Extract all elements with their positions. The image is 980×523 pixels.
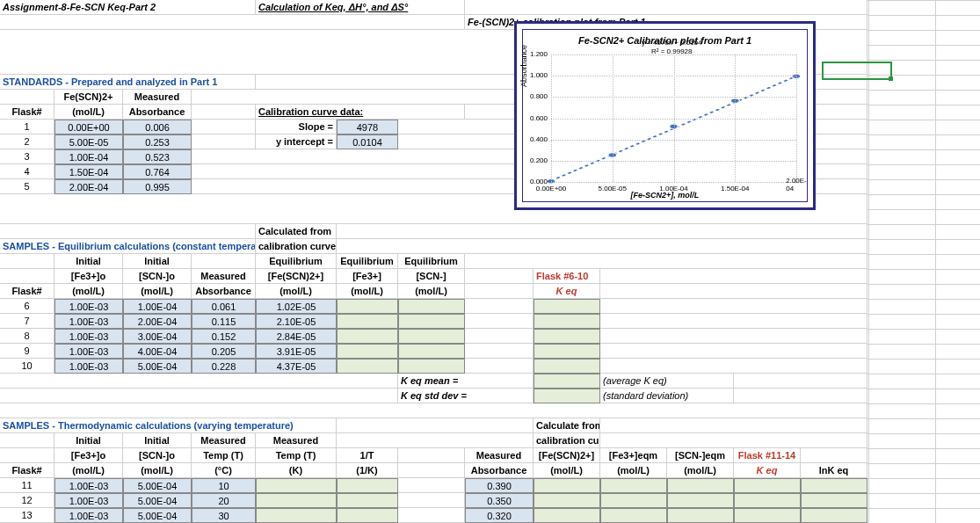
fill-handle-icon[interactable] [889,76,893,81]
calibration-chart[interactable]: Fe-SCN2+ Calibration plot from Part 1 Ab… [514,21,816,210]
s-fe[interactable]: 1.00E-03 [54,359,123,374]
s-scn[interactable]: 2.00E-04 [123,314,192,329]
out-keq[interactable] [534,359,600,374]
s-a[interactable]: 0.115 [192,314,256,329]
s-fe[interactable]: 1.00E-03 [54,314,123,329]
t-lnk[interactable] [801,493,867,508]
std-flask[interactable]: 3 [0,149,54,164]
std-flask[interactable]: 5 [0,179,54,194]
s-f[interactable]: 6 [0,299,54,314]
s-eq[interactable]: 4.37E-05 [256,359,337,374]
s-eq[interactable]: 3.91E-05 [256,344,337,359]
s-fe[interactable]: 1.00E-03 [54,299,123,314]
s-f[interactable]: 7 [0,314,54,329]
yint-val[interactable]: 0.0104 [337,134,398,149]
out-scn[interactable] [398,299,465,314]
t-a[interactable]: 0.350 [465,493,534,508]
out-keq[interactable] [534,314,600,329]
t-lnk[interactable] [801,478,867,493]
t-fc[interactable] [534,478,600,493]
u2: (mol/L) [123,284,192,299]
t-K[interactable] [256,493,337,508]
active-cell[interactable] [822,62,892,80]
s-f[interactable]: 10 [0,359,54,374]
out-fe3[interactable] [337,344,398,359]
std-c[interactable]: 5.00E-05 [54,134,123,149]
slope-val[interactable]: 4978 [337,120,398,134]
init1: Initial [54,254,123,269]
s-fe[interactable]: 1.00E-03 [54,329,123,344]
s-eq[interactable]: 2.84E-05 [256,329,337,344]
std-a[interactable]: 0.995 [123,179,192,194]
s-f[interactable]: 9 [0,344,54,359]
out-fe3[interactable] [337,314,398,329]
s-scn[interactable]: 3.00E-04 [123,329,192,344]
s-a[interactable]: 0.228 [192,359,256,374]
t-K[interactable] [256,508,337,523]
t-fc[interactable] [534,493,600,508]
s-a[interactable]: 0.061 [192,299,256,314]
std-val[interactable] [534,389,600,403]
std-a[interactable]: 0.523 [123,149,192,164]
t-scn[interactable]: 5.00E-04 [123,493,192,508]
t-iT[interactable] [337,508,398,523]
t-keq[interactable] [734,508,801,523]
t-fe[interactable]: 1.00E-03 [54,508,123,523]
t-a[interactable]: 0.390 [465,478,534,493]
t-scn[interactable]: 5.00E-04 [123,508,192,523]
t-keq[interactable] [734,493,801,508]
s-eq[interactable]: 2.10E-05 [256,314,337,329]
t-a[interactable]: 0.320 [465,508,534,523]
s-a[interactable]: 0.152 [192,329,256,344]
std-c[interactable]: 0.00E+00 [54,120,123,134]
t-t[interactable]: 20 [192,493,256,508]
t-fe[interactable]: 1.00E-03 [54,478,123,493]
t-fc[interactable] [534,508,600,523]
out-fe3[interactable] [337,359,398,374]
t-f[interactable]: 13 [0,508,54,523]
std-flask[interactable]: 4 [0,164,54,179]
t-scneq[interactable] [667,508,734,523]
std-a[interactable]: 0.006 [123,120,192,134]
s-f[interactable]: 8 [0,329,54,344]
t-f[interactable]: 11 [0,478,54,493]
t-lnk[interactable] [801,508,867,523]
s-scn[interactable]: 5.00E-04 [123,359,192,374]
out-fe3[interactable] [337,329,398,344]
t-iT[interactable] [337,478,398,493]
t-scneq[interactable] [667,493,734,508]
out-scn[interactable] [398,329,465,344]
out-keq[interactable] [534,299,600,314]
t-fe3[interactable] [600,478,667,493]
s-scn[interactable]: 1.00E-04 [123,299,192,314]
std-flask[interactable]: 1 [0,120,54,134]
t-iT[interactable] [337,493,398,508]
s-a[interactable]: 0.205 [192,344,256,359]
out-keq[interactable] [534,344,600,359]
std-c[interactable]: 1.00E-04 [54,149,123,164]
t-keq[interactable] [734,478,801,493]
t-K[interactable] [256,478,337,493]
t-fe[interactable]: 1.00E-03 [54,493,123,508]
t-scn[interactable]: 5.00E-04 [123,478,192,493]
out-fe3[interactable] [337,299,398,314]
t-t[interactable]: 30 [192,508,256,523]
std-flask[interactable]: 2 [0,134,54,149]
out-keq[interactable] [534,329,600,344]
s-fe[interactable]: 1.00E-03 [54,344,123,359]
std-a[interactable]: 0.253 [123,134,192,149]
mean-val[interactable] [534,374,600,389]
t-fe3[interactable] [600,508,667,523]
std-c[interactable]: 1.50E-04 [54,164,123,179]
std-c[interactable]: 2.00E-04 [54,179,123,194]
t-scneq[interactable] [667,478,734,493]
t-t[interactable]: 10 [192,478,256,493]
out-scn[interactable] [398,314,465,329]
t-fe3[interactable] [600,493,667,508]
std-a[interactable]: 0.764 [123,164,192,179]
s-eq[interactable]: 1.02E-05 [256,299,337,314]
s-scn[interactable]: 4.00E-04 [123,344,192,359]
out-scn[interactable] [398,359,465,374]
out-scn[interactable] [398,344,465,359]
t-f[interactable]: 12 [0,493,54,508]
